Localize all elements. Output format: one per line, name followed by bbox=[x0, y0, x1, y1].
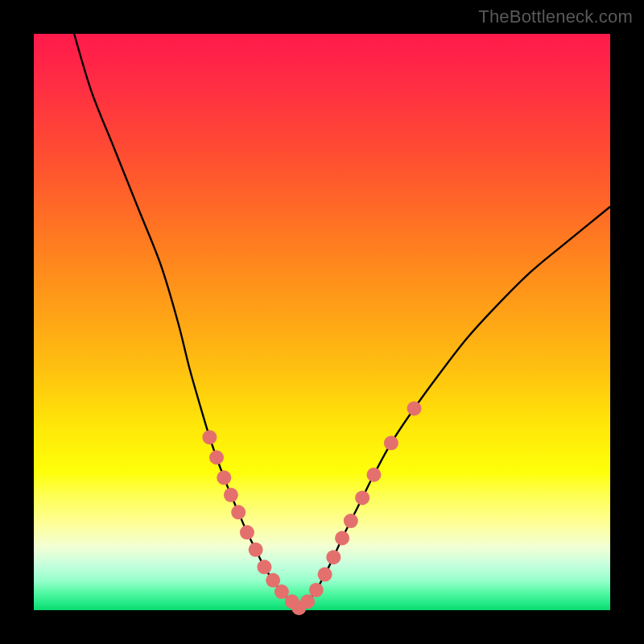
data-marker bbox=[335, 531, 349, 546]
data-marker bbox=[309, 583, 324, 597]
curve-left bbox=[74, 34, 299, 608]
data-marker bbox=[231, 505, 246, 519]
data-marker bbox=[366, 468, 381, 482]
data-marker bbox=[217, 470, 231, 485]
watermark-text: TheBottleneck.com bbox=[478, 6, 633, 27]
data-marker bbox=[318, 568, 332, 582]
data-marker bbox=[202, 430, 217, 444]
data-marker bbox=[384, 436, 398, 450]
data-marker bbox=[224, 488, 238, 502]
data-marker bbox=[326, 550, 341, 564]
data-marker bbox=[344, 514, 358, 528]
data-marker bbox=[249, 543, 263, 557]
data-marker bbox=[407, 401, 422, 415]
data-marker bbox=[257, 559, 271, 574]
data-marker bbox=[300, 594, 315, 609]
data-marker bbox=[355, 490, 369, 505]
chart-plot-area bbox=[34, 34, 610, 610]
data-marker bbox=[240, 525, 254, 539]
data-marker bbox=[209, 450, 224, 464]
curve-right bbox=[299, 207, 610, 608]
data-marker bbox=[266, 573, 280, 588]
data-markers bbox=[202, 401, 421, 615]
chart-svg bbox=[34, 34, 610, 610]
